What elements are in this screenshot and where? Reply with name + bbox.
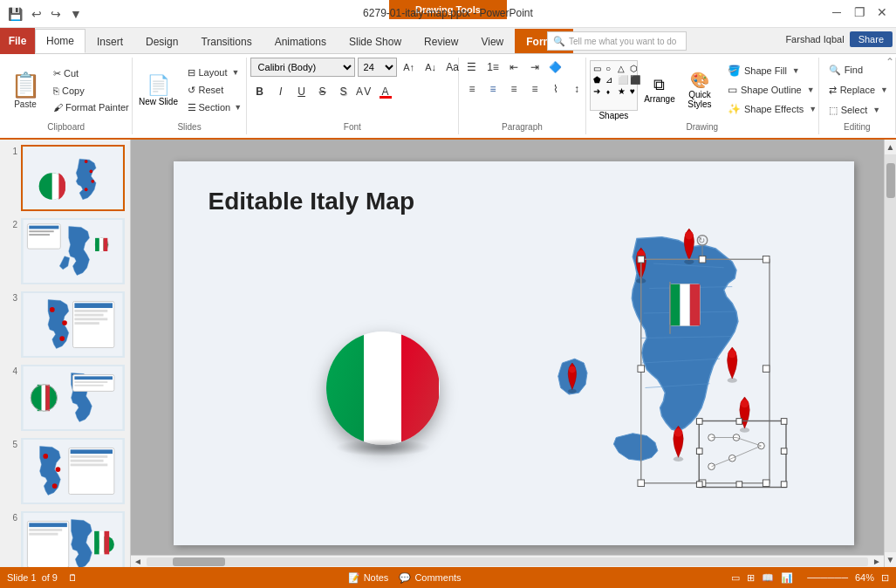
shape-effects-button[interactable]: ✨ Shape Effects ▼ bbox=[722, 100, 823, 118]
svg-point-4 bbox=[91, 180, 94, 183]
cut-button[interactable]: ✂ Cut bbox=[49, 65, 133, 82]
replace-button[interactable]: ⇄Replace▼ bbox=[823, 82, 894, 99]
align-left-button[interactable]: ≡ bbox=[462, 79, 482, 99]
collapse-ribbon-button[interactable]: ⌃ bbox=[886, 56, 894, 68]
quick-styles-button[interactable]: 🎨 Quick Styles bbox=[681, 60, 718, 120]
new-slide-button[interactable]: 📄 New Slide bbox=[136, 60, 180, 120]
file-tab[interactable]: File bbox=[0, 28, 35, 54]
svg-line-107 bbox=[732, 446, 761, 458]
scroll-down-button[interactable]: ▼ bbox=[886, 552, 895, 567]
svg-rect-64 bbox=[680, 284, 689, 326]
scroll-left-button[interactable]: ◄ bbox=[131, 557, 145, 566]
columns-button[interactable]: ⌇ bbox=[546, 79, 565, 99]
slide-thumbnail-6[interactable]: 6 bbox=[3, 509, 127, 567]
section-button[interactable]: ☰Section▼ bbox=[183, 99, 246, 116]
layout-button[interactable]: ⊟Layout▼ bbox=[183, 65, 246, 81]
tab-transitions[interactable]: Transitions bbox=[189, 29, 263, 53]
font-size-select[interactable]: 24 bbox=[358, 58, 397, 77]
paste-button[interactable]: 📋 Paste bbox=[3, 59, 47, 120]
notes-button[interactable]: 📝 Notes bbox=[348, 572, 389, 584]
char-spacing-button[interactable]: AV bbox=[355, 82, 374, 101]
select-button[interactable]: ⬚Select▼ bbox=[823, 102, 894, 119]
slide-thumbnail-1[interactable]: 1 bbox=[3, 143, 127, 213]
shadow-button[interactable]: S bbox=[334, 82, 353, 101]
minimize-button[interactable]: ─ bbox=[826, 3, 847, 21]
tab-slideshow[interactable]: Slide Show bbox=[338, 29, 413, 53]
italic-button[interactable]: I bbox=[271, 82, 291, 101]
slide-thumbnail-3[interactable]: 3 bbox=[3, 290, 127, 359]
underline-button[interactable]: U bbox=[292, 82, 311, 101]
restore-button[interactable]: ❐ bbox=[849, 3, 870, 21]
slide-info: Slide 1 bbox=[7, 572, 37, 583]
slide-sorter-button[interactable]: ⊞ bbox=[747, 572, 755, 584]
find-button[interactable]: 🔍Find bbox=[823, 62, 894, 79]
scroll-right-button[interactable]: ► bbox=[870, 557, 884, 566]
justify-button[interactable]: ≡ bbox=[525, 79, 544, 99]
svg-rect-46 bbox=[29, 523, 67, 527]
tell-me-input[interactable]: 🔍 Tell me what you want to do bbox=[547, 31, 687, 51]
flag-ball-shadow bbox=[335, 439, 431, 456]
slide-thumbnail-2[interactable]: 2 bbox=[3, 216, 127, 286]
increase-font-button[interactable]: A↑ bbox=[400, 58, 419, 77]
normal-view-button[interactable]: ▭ bbox=[731, 572, 740, 584]
drawing-group: ▭○△⬡ ⬟⊿⬜⬛ ➜⬧★♥ Shapes ⧉ Arrange 🎨 Quick … bbox=[586, 58, 819, 134]
scroll-thumb[interactable] bbox=[886, 163, 895, 198]
svg-rect-45 bbox=[27, 521, 68, 567]
align-center-button[interactable]: ≡ bbox=[483, 79, 503, 99]
svg-rect-50 bbox=[94, 531, 99, 555]
svg-rect-21 bbox=[74, 322, 99, 325]
numbering-button[interactable]: 1≡ bbox=[483, 58, 503, 77]
reading-view-button[interactable]: 📖 bbox=[762, 572, 774, 584]
tab-design[interactable]: Design bbox=[134, 29, 189, 53]
tab-review[interactable]: Review bbox=[413, 29, 469, 53]
slide-canvas[interactable]: Editable Italy Map bbox=[174, 161, 854, 545]
svg-rect-40 bbox=[71, 449, 113, 454]
svg-rect-99 bbox=[696, 448, 702, 455]
format-painter-button[interactable]: 🖌 Format Painter bbox=[49, 99, 133, 115]
editing-group: 🔍Find ⇄Replace▼ ⬚Select▼ Editing bbox=[819, 58, 896, 134]
close-button[interactable]: ✕ bbox=[872, 3, 893, 21]
smart-art-button[interactable]: 🔷 bbox=[546, 58, 565, 77]
svg-rect-48 bbox=[29, 533, 58, 536]
font-color-button[interactable]: A bbox=[376, 82, 395, 101]
reset-button[interactable]: ↺Reset bbox=[183, 82, 246, 99]
presenter-view-button[interactable]: 📊 bbox=[781, 572, 793, 584]
strikethrough-button[interactable]: S bbox=[313, 82, 332, 101]
line-spacing-button[interactable]: ↕ bbox=[567, 79, 586, 99]
svg-rect-17 bbox=[74, 303, 113, 308]
svg-rect-42 bbox=[71, 460, 104, 462]
notes-icon[interactable]: 🗒 bbox=[68, 572, 78, 583]
svg-rect-34 bbox=[74, 385, 103, 386]
italy-map-svg[interactable]: ↻ bbox=[470, 214, 837, 545]
tab-home[interactable]: Home bbox=[35, 29, 85, 53]
tab-insert[interactable]: Insert bbox=[85, 29, 134, 53]
bullets-button[interactable]: ☰ bbox=[462, 58, 482, 77]
shapes-button[interactable]: ▭○△⬡ ⬟⊿⬜⬛ ➜⬧★♥ Shapes bbox=[590, 60, 638, 120]
svg-point-2 bbox=[85, 160, 88, 163]
fit-slide-button[interactable]: ⊡ bbox=[881, 572, 889, 584]
svg-rect-96 bbox=[781, 482, 787, 488]
clipboard-label: Clipboard bbox=[0, 122, 132, 133]
svg-text:↻: ↻ bbox=[698, 236, 705, 245]
align-right-button[interactable]: ≡ bbox=[504, 79, 523, 99]
slide-thumbnail-5[interactable]: 5 bbox=[3, 436, 127, 506]
slide-thumbnail-4[interactable]: 4 bbox=[3, 363, 127, 433]
arrange-button[interactable]: ⧉ Arrange bbox=[641, 60, 678, 120]
bold-button[interactable]: B bbox=[250, 82, 270, 101]
tab-view[interactable]: View bbox=[469, 29, 515, 53]
shape-outline-button[interactable]: ▭ Shape Outline ▼ bbox=[722, 81, 823, 99]
decrease-font-button[interactable]: A↓ bbox=[421, 58, 441, 77]
scroll-up-button[interactable]: ▲ bbox=[886, 140, 895, 154]
shape-fill-button[interactable]: 🪣 Shape Fill ▼ bbox=[722, 62, 823, 79]
comments-button[interactable]: 💬 Comments bbox=[399, 572, 461, 584]
share-button[interactable]: Share bbox=[850, 31, 893, 47]
font-name-select[interactable]: Calibri (Body) bbox=[250, 58, 355, 77]
copy-button[interactable]: ⎘ Copy bbox=[49, 83, 133, 99]
tab-animations[interactable]: Animations bbox=[263, 29, 338, 53]
vertical-scrollbar[interactable]: ▲ ▼ bbox=[884, 140, 896, 567]
horizontal-scrollbar[interactable]: ◄ ► bbox=[131, 555, 884, 567]
horizontal-scroll-thumb[interactable] bbox=[173, 557, 225, 566]
increase-indent-button[interactable]: ⇥ bbox=[525, 58, 544, 77]
svg-point-23 bbox=[62, 320, 67, 325]
decrease-indent-button[interactable]: ⇤ bbox=[504, 58, 523, 77]
